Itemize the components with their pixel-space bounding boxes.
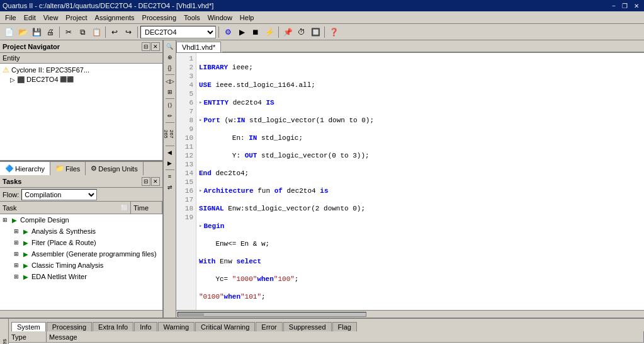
tasks-undock-button[interactable]: ⊟ (142, 177, 150, 186)
tasks-close-button[interactable]: ✕ (151, 177, 160, 186)
task-play-icon-2: ▶ (21, 227, 30, 236)
print-button[interactable]: 🖨 (44, 26, 57, 38)
hscrollbar-track[interactable] (178, 312, 366, 317)
toolbar-icon-10[interactable]: ≡ (165, 171, 175, 181)
compile-button[interactable]: ⚙ (222, 26, 234, 38)
task-item[interactable]: ⊞ ▶ Assembler (Generate programming file… (0, 248, 162, 260)
messages-sidebar-label[interactable]: Messages (0, 338, 9, 344)
cut-button[interactable]: ✂ (62, 26, 75, 38)
nav-item-dec2to4[interactable]: ▷ ⬛ DEC2TO4 ⬛⬛ (9, 75, 161, 84)
toolbar-icon-1[interactable]: 🔍 (165, 42, 175, 52)
code-editor[interactable]: LIBRARY ieee; USE ieee.std_logic_1164.al… (196, 53, 644, 310)
title-bar-controls: − ❐ ✕ (609, 3, 641, 9)
toolbar-icon-4[interactable]: ◁▷ (165, 76, 175, 86)
copy-button[interactable]: ⧉ (76, 26, 89, 38)
toolbar-icon-3[interactable]: {} (165, 63, 175, 73)
task-expand-icon[interactable]: ⊞ (1, 216, 9, 224)
msg-tab-info[interactable]: Info (134, 322, 157, 331)
nav-tab-design-units[interactable]: ⚙ Design Units (86, 162, 143, 175)
menu-tools[interactable]: Tools (180, 13, 204, 23)
msg-content: Type Message (9, 331, 644, 344)
msg-tab-processing[interactable]: Processing (47, 322, 92, 331)
flow-select[interactable]: Compilation (21, 189, 97, 200)
tasks-scrollbar[interactable] (0, 310, 162, 318)
editor-tab-vhdl[interactable]: Vhdl1.vhd* (176, 42, 221, 52)
task-item[interactable]: ⊞ ▶ Classic Timing Analysis (0, 260, 162, 271)
menu-file[interactable]: File (1, 13, 20, 23)
task-item[interactable]: ⊞ ▶ EDA Netlist Writer (0, 271, 162, 282)
msg-tab-suppressed[interactable]: Suppressed (283, 322, 332, 331)
code-line-7: End dec2to4; (199, 169, 641, 178)
chip-planner[interactable]: 🔲 (309, 26, 322, 38)
toolbar-icon-2[interactable]: ⊕ (165, 52, 175, 62)
toolbar-icon-8[interactable]: ◀ (165, 147, 175, 158)
smart-compile[interactable]: ⚡ (263, 26, 276, 38)
task-item[interactable]: ⊞ ▶ Analysis & Synthesis (0, 226, 162, 237)
undo-button[interactable]: ↩ (108, 26, 121, 38)
toolbar-icon-6[interactable]: ⟨⟩ (165, 100, 175, 110)
new-button[interactable]: 📄 (3, 26, 15, 38)
analyze-button[interactable]: ▶ (235, 26, 248, 38)
menu-window[interactable]: Window (204, 13, 236, 23)
toolbar-icon-9[interactable]: ▶ (165, 158, 175, 168)
menu-edit[interactable]: Edit (20, 13, 40, 23)
task-expand-icon-6[interactable]: ⊞ (13, 273, 20, 280)
msg-tab-extra-info[interactable]: Extra Info (93, 322, 133, 331)
task-expand-icon-4[interactable]: ⊞ (13, 250, 20, 258)
paste-button[interactable]: 📋 (90, 26, 103, 38)
vhdl-tab-label: Vhdl1.vhd* (182, 43, 215, 51)
line-num-11: 11 (176, 142, 196, 151)
toolbar-icon-7[interactable]: ✏ (165, 111, 175, 121)
menu-assignments[interactable]: Assignments (91, 13, 138, 23)
code-line-4: ▸ Port (w:IN std_logic_vector(1 down to … (199, 116, 641, 125)
task-expand-icon-2[interactable]: ⊞ (13, 227, 20, 235)
msg-tab-critical-warning[interactable]: Critical Warning (195, 322, 255, 331)
code-line-5: En: IN std_logic; (199, 134, 641, 142)
stop-button[interactable]: ⏹ (249, 26, 262, 38)
line-num-15: 15 (176, 178, 196, 186)
msg-tab-flag[interactable]: Flag (332, 322, 357, 331)
code-line-2: USE ieee.std_logic_1164.all; (199, 81, 641, 89)
task-expand-icon-3[interactable]: ⊞ (13, 239, 20, 246)
editor-hscrollbar[interactable] (176, 310, 644, 318)
toolbar-icon-11[interactable]: ⇌ (165, 182, 175, 192)
line-num-13: 13 (176, 160, 196, 169)
nav-item-cyclone[interactable]: ⚠ Cyclone II: EP2C35F67... (1, 65, 161, 75)
msg-tab-error[interactable]: Error (256, 322, 282, 331)
menu-project[interactable]: Project (62, 13, 91, 23)
line-num-1: 1 (176, 54, 196, 63)
close-button[interactable]: ✕ (631, 3, 641, 9)
dec2to4-icons: ⬛⬛ (60, 76, 74, 83)
help-button[interactable]: ❓ (327, 26, 340, 38)
nav-tab-files[interactable]: 📁 Files (50, 162, 86, 175)
timing-analyzer[interactable]: ⏱ (295, 26, 308, 38)
menu-processing[interactable]: Processing (138, 13, 180, 23)
entity-select[interactable]: DEC2TO4 (140, 26, 216, 38)
task-item[interactable]: ⊞ ▶ Compile Design (0, 214, 162, 226)
menu-bar: File Edit View Project Assignments Proce… (0, 11, 644, 24)
pin-planner[interactable]: 📌 (281, 26, 294, 38)
toolbar-sep5 (166, 169, 174, 170)
open-button[interactable]: 📂 (16, 26, 29, 38)
toolbar-icon-5[interactable]: ⊞ (165, 87, 175, 97)
nav-undock-button[interactable]: ⊟ (142, 42, 150, 51)
code-line-9: SIGNAL Enw:std_logic_vector(2 downto 0); (199, 204, 641, 213)
nav-close-button[interactable]: ✕ (151, 42, 160, 51)
code-line-3: ▸ENTITY dec2to4 IS (199, 98, 641, 107)
hscrollbar-thumb[interactable] (179, 313, 204, 317)
title-bar-title: Quartus II - c:/altera/81/quartus/DEC2TO… (3, 2, 213, 9)
task-expand-icon-5[interactable]: ⊞ (13, 261, 20, 269)
menu-help[interactable]: Help (236, 13, 258, 23)
restore-button[interactable]: ❐ (619, 3, 630, 9)
minimize-button[interactable]: − (609, 3, 618, 9)
redo-button[interactable]: ↪ (122, 26, 135, 38)
files-icon: 📁 (55, 164, 64, 173)
task-item[interactable]: ⊞ ▶ Fiter (Place & Route) (0, 237, 162, 248)
msg-tab-warning[interactable]: Warning (158, 322, 195, 331)
save-button[interactable]: 💾 (30, 26, 43, 38)
nav-tab-hierarchy[interactable]: 🔷 Hierarchy (0, 162, 50, 175)
msg-tab-system[interactable]: System (11, 322, 46, 331)
code-line-13: Yc= "1000" when "100"; (199, 275, 641, 284)
menu-view[interactable]: View (40, 13, 62, 23)
tasks-panel: Tasks ⊟ ✕ Flow: Compilation Task ⬜ Time (0, 175, 162, 318)
